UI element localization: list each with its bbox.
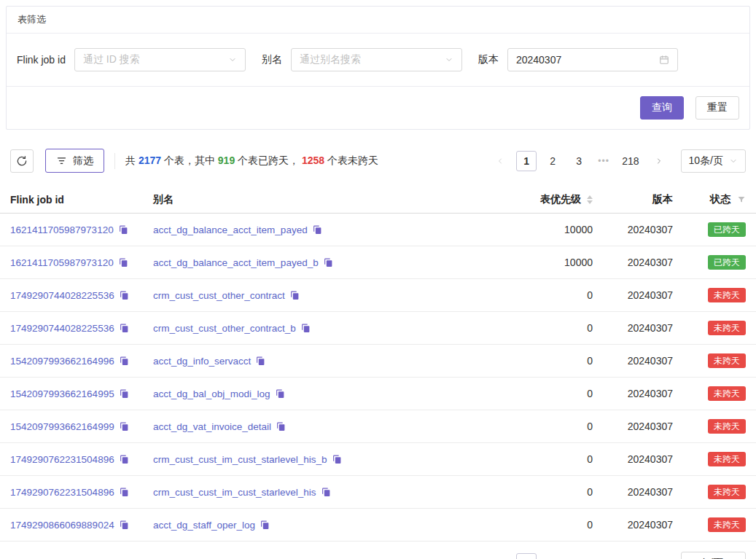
alias-link[interactable]: crm_cust_cust_other_contract_b [153, 323, 296, 334]
table-row: 1542097993662164999 acct_dg_vat_invoice_… [0, 410, 756, 443]
pagination: 123•••218 [490, 151, 669, 171]
funnel-filter-icon[interactable] [737, 195, 746, 204]
version-value: 20240307 [628, 421, 673, 432]
prev-page-button[interactable] [490, 553, 510, 559]
flink-job-id-link[interactable]: 1621411705987973120 [10, 257, 114, 268]
alias-link[interactable]: acct_dg_balance_acct_item_payed [153, 224, 308, 235]
refresh-icon [16, 155, 28, 167]
copy-icon[interactable] [120, 356, 129, 366]
next-page-button[interactable] [649, 553, 669, 559]
copy-icon[interactable] [332, 455, 342, 464]
copy-icon[interactable] [120, 520, 129, 530]
filter-toggle-button[interactable]: 筛选 [45, 149, 104, 173]
sort-icon[interactable] [587, 195, 593, 204]
flink-job-id-link[interactable]: 1749290866069889024 [10, 520, 114, 531]
alias-link[interactable]: acct_dg_bal_obj_modi_log [153, 388, 270, 399]
flink-job-id-label: Flink job id [17, 54, 66, 66]
page-button[interactable]: 1 [516, 553, 537, 559]
page-size-select[interactable]: 10条/页 [681, 149, 746, 173]
page-button[interactable]: 218 [618, 553, 642, 559]
flink-job-id-link[interactable]: 1749290744028225536 [10, 323, 114, 334]
alias-select[interactable]: 通过别名搜索 [291, 48, 462, 71]
reset-button[interactable]: 重置 [695, 96, 739, 120]
page-size-select[interactable]: 10条/页 [681, 552, 746, 559]
copy-icon[interactable] [120, 455, 129, 464]
table-row: 1749290762231504896 crm_cust_cust_im_cus… [0, 443, 756, 476]
alias-link[interactable]: acct_dg_vat_invoice_detail [153, 421, 271, 432]
page-button[interactable]: 218 [618, 151, 642, 171]
copy-icon[interactable] [256, 356, 265, 366]
page-button[interactable]: 3 [569, 151, 589, 171]
alias-link[interactable]: acct_dg_staff_oper_log [153, 520, 255, 531]
alias-placeholder: 通过别名搜索 [300, 53, 361, 66]
table-body: 1621411705987973120 acct_dg_balance_acct… [0, 214, 756, 542]
alias-link[interactable]: acct_dg_balance_acct_item_payed_b [153, 257, 319, 268]
flink-job-id-link[interactable]: 1749290744028225536 [10, 290, 114, 301]
alias-link[interactable]: crm_cust_cust_im_cust_starlevel_his_b [153, 454, 327, 465]
flink-job-id-field: Flink job id 通过 ID 搜索 [17, 48, 246, 71]
copy-icon[interactable] [120, 488, 129, 497]
page-button[interactable]: 3 [569, 553, 589, 559]
copy-icon[interactable] [322, 488, 331, 497]
version-value: 20240307 [628, 322, 673, 334]
filter-panel-title: 表筛选 [7, 7, 749, 34]
copy-icon[interactable] [120, 291, 129, 300]
copy-icon[interactable] [120, 324, 129, 333]
table-row: 1621411705987973120 acct_dg_balance_acct… [0, 214, 756, 246]
flink-job-id-link[interactable]: 1542097993662164995 [10, 388, 114, 399]
copy-icon[interactable] [260, 520, 270, 530]
status-badge: 已跨天 [708, 255, 746, 270]
table-row: 1749290744028225536 crm_cust_cust_other_… [0, 312, 756, 345]
priority-value: 10000 [564, 257, 593, 268]
flink-job-id-link[interactable]: 1749290762231504896 [10, 454, 114, 465]
version-value: 20240307 [628, 224, 673, 235]
version-date-value: 20240307 [516, 54, 561, 66]
copy-icon[interactable] [120, 389, 129, 399]
copy-icon[interactable] [119, 225, 128, 235]
page-button[interactable]: 1 [516, 151, 537, 171]
flink-job-id-link[interactable]: 1621411705987973120 [10, 224, 114, 235]
version-date-input[interactable]: 20240307 [507, 48, 678, 71]
summary-prefix: 共 [125, 155, 139, 166]
summary-uncrossed-count: 1258 [302, 155, 324, 166]
copy-icon[interactable] [301, 324, 311, 333]
alias-link[interactable]: acct_dg_info_servacct [153, 356, 251, 367]
status-badge: 未跨天 [708, 419, 746, 434]
page-button[interactable]: 2 [542, 553, 563, 559]
copy-icon[interactable] [313, 225, 322, 235]
copy-icon[interactable] [290, 291, 300, 300]
version-value: 20240307 [628, 355, 673, 367]
prev-page-button[interactable] [490, 151, 510, 171]
flink-job-id-link[interactable]: 1749290762231504896 [10, 487, 114, 498]
flink-job-id-link[interactable]: 1542097993662164999 [10, 421, 114, 432]
copy-icon[interactable] [276, 422, 286, 431]
pagination-ellipsis[interactable]: ••• [595, 156, 612, 166]
status-badge: 未跨天 [708, 353, 746, 368]
results-table: Flink job id 别名 表优先级 版本 状态 1621411705987… [0, 186, 756, 542]
copy-icon[interactable] [324, 258, 333, 267]
table-toolbar: 筛选 共 2177 个表，其中 919 个表已跨天， 1258 个表未跨天 12… [10, 149, 746, 173]
version-value: 20240307 [628, 257, 673, 268]
filter-fields-row: Flink job id 通过 ID 搜索 别名 通过别名搜索 [7, 34, 749, 87]
priority-value: 0 [587, 453, 593, 465]
page-button[interactable]: 2 [542, 151, 563, 171]
status-badge: 未跨天 [708, 485, 746, 499]
copy-icon[interactable] [119, 258, 128, 267]
copy-icon[interactable] [276, 389, 285, 399]
page: 表筛选 Flink job id 通过 ID 搜索 别名 通过别名搜索 [0, 6, 756, 559]
flink-job-id-link[interactable]: 1542097993662164996 [10, 356, 114, 367]
copy-icon[interactable] [120, 422, 129, 431]
summary-total-count: 2177 [139, 155, 161, 166]
alias-link[interactable]: crm_cust_cust_other_contract [153, 290, 285, 301]
table-row: 1542097993662164996 acct_dg_info_servacc… [0, 345, 756, 378]
priority-value: 0 [587, 289, 593, 301]
header-alias: 别名 [153, 193, 498, 206]
flink-job-id-select[interactable]: 通过 ID 搜索 [74, 48, 246, 71]
search-button[interactable]: 查询 [640, 96, 684, 120]
flink-job-id-placeholder: 通过 ID 搜索 [83, 53, 140, 66]
priority-value: 0 [587, 355, 593, 367]
refresh-button[interactable] [10, 149, 34, 173]
chevron-down-icon [445, 55, 453, 64]
alias-link[interactable]: crm_cust_cust_im_cust_starlevel_his [153, 487, 316, 498]
next-page-button[interactable] [649, 151, 669, 171]
